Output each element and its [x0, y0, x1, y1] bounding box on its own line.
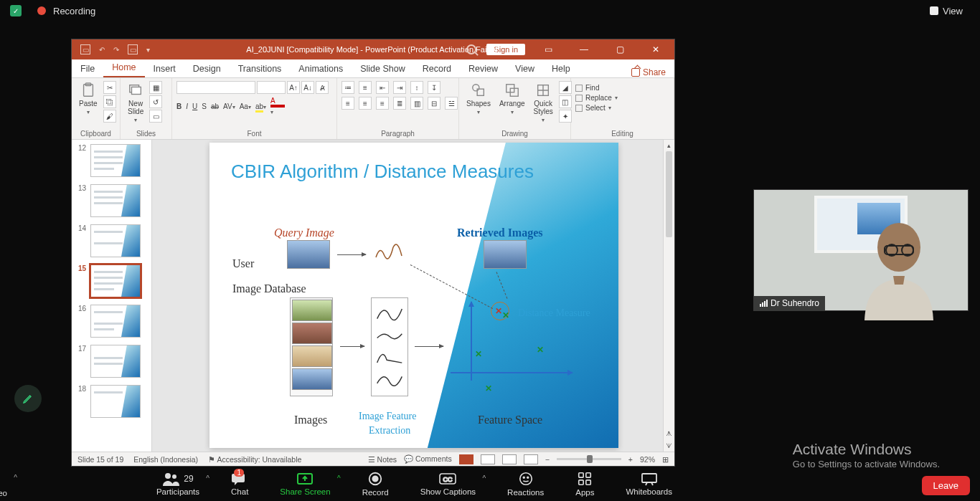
ribbon-display-icon[interactable]: ▭ — [535, 39, 561, 59]
shape-effects-button[interactable]: ✦ — [559, 110, 572, 123]
align-center-button[interactable]: ≡ — [359, 97, 372, 110]
slide-canvas[interactable]: CBIR Algorithm / Distance Measures User … — [152, 140, 663, 452]
scroll-up-icon[interactable]: ▴ — [664, 140, 674, 151]
annotate-button[interactable] — [14, 385, 42, 412]
shadow-button[interactable]: S — [202, 102, 207, 110]
columns-button[interactable]: ▥ — [410, 97, 423, 110]
thumb-18[interactable] — [90, 385, 141, 418]
zoom-slider[interactable] — [557, 458, 621, 460]
format-painter-button[interactable]: 🖌 — [103, 110, 116, 123]
select-button[interactable]: Select▾ — [575, 104, 611, 112]
share-button[interactable]: Share — [623, 67, 674, 77]
quick-styles-button[interactable]: Quick Styles▾ — [531, 81, 556, 125]
tab-home[interactable]: Home — [103, 59, 144, 77]
decrease-indent-button[interactable]: ⇤ — [376, 81, 389, 94]
replace-button[interactable]: Replace▾ — [575, 94, 618, 102]
tab-file[interactable]: File — [72, 60, 103, 77]
notes-button[interactable]: ☰ Notes — [368, 455, 397, 464]
tab-design[interactable]: Design — [184, 60, 230, 77]
view-button[interactable]: View — [923, 3, 970, 19]
cut-button[interactable]: ✂ — [103, 81, 116, 94]
case-button[interactable]: Aa▾ — [240, 102, 251, 110]
underline-button[interactable]: U — [192, 102, 197, 110]
thumb-17[interactable] — [90, 345, 141, 378]
highlight-button[interactable]: ab▾ — [255, 102, 266, 110]
bold-button[interactable]: B — [176, 102, 182, 110]
search-icon[interactable] — [466, 44, 476, 54]
paste-button[interactable]: Paste▾ — [76, 81, 100, 117]
reset-button[interactable]: ↺ — [149, 95, 162, 108]
tab-transitions[interactable]: Transitions — [230, 60, 291, 77]
tab-record[interactable]: Record — [414, 60, 460, 77]
zoom-level[interactable]: 92% — [640, 455, 655, 464]
undo-icon[interactable]: ↶ — [99, 46, 105, 54]
spacing-button[interactable]: AV▾ — [223, 102, 235, 110]
tab-insert[interactable]: Insert — [145, 60, 184, 77]
section-button[interactable]: ▭ — [149, 110, 162, 123]
apps-button[interactable]: Apps — [575, 471, 594, 497]
whiteboards-button[interactable]: Whiteboards — [626, 472, 672, 496]
slide-thumbnails[interactable]: 12 13 14 15 16 17 18 — [72, 140, 152, 452]
find-button[interactable]: Find — [575, 84, 599, 92]
thumb-13[interactable] — [90, 184, 141, 217]
tab-help[interactable]: Help — [543, 60, 579, 77]
zoom-out-button[interactable]: − — [545, 455, 550, 464]
smartart-button[interactable]: ☱ — [445, 97, 458, 110]
align-left-button[interactable]: ≡ — [341, 97, 354, 110]
redo-icon[interactable]: ↷ — [113, 46, 119, 54]
thumb-14[interactable] — [90, 224, 141, 257]
participants-button[interactable]: 29 Participants ^ — [156, 472, 199, 496]
prev-slide-icon[interactable]: ⩚ — [664, 427, 674, 440]
maximize-button[interactable]: ▢ — [607, 39, 633, 59]
zoom-in-button[interactable]: + — [628, 455, 633, 464]
presenter-video[interactable]: Dr Suhendro — [753, 189, 969, 311]
vertical-scrollbar[interactable]: ▴ ⩚ ⩛ — [663, 140, 674, 452]
align-right-button[interactable]: ≡ — [376, 97, 389, 110]
font-color-button[interactable]: A▾ — [270, 97, 285, 115]
clear-format-button[interactable]: A̷ — [316, 81, 329, 94]
thumb-15[interactable] — [90, 264, 141, 297]
tab-view[interactable]: View — [507, 60, 543, 77]
font-family-select[interactable] — [176, 81, 255, 94]
autosave-icon[interactable]: ▭ — [80, 44, 90, 54]
thumb-16[interactable] — [90, 305, 141, 338]
tab-slideshow[interactable]: Slide Show — [352, 60, 414, 77]
record-button[interactable]: Record — [362, 471, 389, 497]
shape-fill-button[interactable]: ◢ — [559, 81, 572, 94]
shapes-button[interactable]: Shapes▾ — [463, 81, 494, 117]
share-screen-button[interactable]: Share Screen ^ — [280, 472, 330, 496]
language-label[interactable]: English (Indonesia) — [133, 455, 198, 464]
normal-view-button[interactable] — [459, 454, 473, 464]
copy-button[interactable]: ⿻ — [103, 95, 116, 108]
tab-animations[interactable]: Animations — [290, 60, 352, 77]
thumb-12[interactable] — [90, 144, 141, 177]
shape-outline-button[interactable]: ◫ — [559, 95, 572, 108]
layout-button[interactable]: ▦ — [149, 81, 162, 94]
numbering-button[interactable]: ≡ — [359, 81, 372, 94]
close-button[interactable]: ✕ — [643, 39, 669, 59]
start-video-button[interactable]: Start Video ^ — [0, 471, 7, 497]
leave-button[interactable]: Leave — [922, 476, 970, 495]
reading-view-button[interactable] — [502, 454, 517, 464]
qat-customize-icon[interactable]: ▾ — [146, 46, 150, 54]
sorter-view-button[interactable] — [481, 454, 495, 464]
reactions-button[interactable]: Reactions — [507, 471, 544, 497]
tab-review[interactable]: Review — [460, 60, 507, 77]
strike-button[interactable]: ab — [211, 102, 219, 110]
slideshow-view-button[interactable] — [524, 454, 538, 464]
line-spacing-button[interactable]: ↕ — [410, 81, 423, 94]
text-direction-button[interactable]: ↧ — [428, 81, 440, 94]
encryption-shield-icon[interactable]: ✓ — [10, 5, 22, 16]
scroll-thumb[interactable] — [666, 151, 672, 237]
slideshow-start-icon[interactable]: ▭ — [128, 44, 138, 54]
decrease-font-button[interactable]: A↓ — [301, 81, 314, 94]
new-slide-button[interactable]: New Slide▾ — [125, 81, 146, 125]
align-text-button[interactable]: ⊟ — [428, 97, 440, 110]
increase-font-button[interactable]: A↑ — [287, 81, 300, 94]
fit-to-window-button[interactable]: ⊞ — [662, 455, 669, 464]
accessibility-label[interactable]: ⚑ Accessibility: Unavailable — [208, 455, 301, 464]
chat-button[interactable]: 1 Chat — [231, 472, 248, 496]
captions-button[interactable]: CC Show Captions ^ — [420, 472, 476, 496]
font-size-select[interactable] — [257, 81, 286, 94]
bullets-button[interactable]: ≔ — [341, 81, 354, 94]
